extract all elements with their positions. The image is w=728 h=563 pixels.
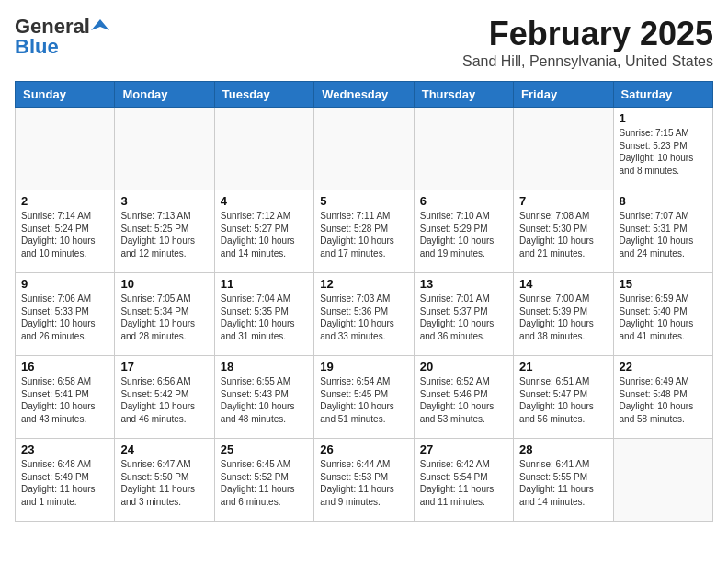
weekday-header-wednesday: Wednesday bbox=[314, 82, 414, 108]
day-info: Sunrise: 7:15 AM Sunset: 5:23 PM Dayligh… bbox=[620, 127, 707, 177]
logo: General Blue bbox=[15, 15, 110, 59]
calendar-cell-week2-day5: 14Sunrise: 7:00 AM Sunset: 5:39 PM Dayli… bbox=[514, 273, 613, 356]
day-number: 21 bbox=[519, 360, 607, 373]
calendar-cell-week3-day5: 21Sunrise: 6:51 AM Sunset: 5:47 PM Dayli… bbox=[514, 356, 613, 439]
day-info: Sunrise: 7:12 AM Sunset: 5:27 PM Dayligh… bbox=[221, 210, 308, 259]
calendar-cell-week2-day3: 12Sunrise: 7:03 AM Sunset: 5:36 PM Dayli… bbox=[314, 273, 414, 356]
calendar-week-row-1: 2Sunrise: 7:14 AM Sunset: 5:24 PM Daylig… bbox=[16, 190, 713, 273]
day-info: Sunrise: 7:14 AM Sunset: 5:24 PM Dayligh… bbox=[21, 210, 108, 259]
calendar-cell-week3-day1: 17Sunrise: 6:56 AM Sunset: 5:42 PM Dayli… bbox=[115, 356, 214, 439]
weekday-header-monday: Monday bbox=[115, 82, 214, 108]
day-info: Sunrise: 6:48 AM Sunset: 5:49 PM Dayligh… bbox=[21, 458, 108, 508]
calendar-cell-week2-day2: 11Sunrise: 7:04 AM Sunset: 5:35 PM Dayli… bbox=[214, 273, 313, 356]
day-info: Sunrise: 6:59 AM Sunset: 5:40 PM Dayligh… bbox=[620, 293, 707, 342]
weekday-header-friday: Friday bbox=[514, 82, 613, 108]
calendar-cell-week1-day2: 4Sunrise: 7:12 AM Sunset: 5:27 PM Daylig… bbox=[214, 190, 313, 273]
calendar-cell-week1-day3: 5Sunrise: 7:11 AM Sunset: 5:28 PM Daylig… bbox=[314, 190, 414, 273]
day-number: 28 bbox=[519, 442, 607, 456]
weekday-header-thursday: Thursday bbox=[414, 82, 513, 108]
day-number: 10 bbox=[120, 277, 208, 291]
day-info: Sunrise: 7:05 AM Sunset: 5:34 PM Dayligh… bbox=[120, 293, 208, 342]
day-number: 24 bbox=[120, 442, 208, 456]
day-info: Sunrise: 6:47 AM Sunset: 5:50 PM Dayligh… bbox=[120, 458, 208, 508]
calendar-cell-week4-day5: 28Sunrise: 6:41 AM Sunset: 5:55 PM Dayli… bbox=[514, 439, 613, 522]
calendar-cell-week4-day2: 25Sunrise: 6:45 AM Sunset: 5:52 PM Dayli… bbox=[214, 439, 313, 522]
weekday-header-sunday: Sunday bbox=[16, 82, 115, 108]
calendar-cell-week1-day1: 3Sunrise: 7:13 AM Sunset: 5:25 PM Daylig… bbox=[115, 190, 214, 273]
calendar-cell-week0-day5 bbox=[514, 108, 613, 190]
day-number: 16 bbox=[21, 360, 108, 373]
title-area: February 2025 Sand Hill, Pennsylvania, U… bbox=[462, 15, 713, 70]
day-number: 1 bbox=[620, 111, 707, 125]
day-info: Sunrise: 6:55 AM Sunset: 5:43 PM Dayligh… bbox=[221, 375, 308, 425]
calendar-week-row-4: 23Sunrise: 6:48 AM Sunset: 5:49 PM Dayli… bbox=[16, 439, 713, 522]
day-info: Sunrise: 6:54 AM Sunset: 5:45 PM Dayligh… bbox=[320, 375, 407, 425]
day-info: Sunrise: 6:44 AM Sunset: 5:53 PM Dayligh… bbox=[320, 458, 407, 508]
day-number: 11 bbox=[221, 277, 308, 291]
day-info: Sunrise: 7:04 AM Sunset: 5:35 PM Dayligh… bbox=[221, 293, 308, 342]
day-number: 4 bbox=[221, 194, 308, 208]
day-info: Sunrise: 6:42 AM Sunset: 5:54 PM Dayligh… bbox=[420, 458, 507, 508]
calendar-cell-week4-day3: 26Sunrise: 6:44 AM Sunset: 5:53 PM Dayli… bbox=[314, 439, 414, 522]
day-info: Sunrise: 7:07 AM Sunset: 5:31 PM Dayligh… bbox=[620, 210, 707, 259]
weekday-header-saturday: Saturday bbox=[613, 82, 712, 108]
day-number: 20 bbox=[420, 360, 507, 373]
day-info: Sunrise: 7:13 AM Sunset: 5:25 PM Dayligh… bbox=[120, 210, 208, 259]
day-number: 27 bbox=[420, 442, 507, 456]
weekday-header-tuesday: Tuesday bbox=[214, 82, 313, 108]
calendar-week-row-0: 1Sunrise: 7:15 AM Sunset: 5:23 PM Daylig… bbox=[16, 108, 713, 190]
day-number: 19 bbox=[320, 360, 407, 373]
day-number: 8 bbox=[620, 194, 707, 208]
day-number: 22 bbox=[620, 360, 707, 373]
header: General Blue February 2025 Sand Hill, Pe… bbox=[15, 15, 713, 70]
day-info: Sunrise: 6:41 AM Sunset: 5:55 PM Dayligh… bbox=[519, 458, 607, 508]
svg-marker-0 bbox=[91, 19, 109, 30]
calendar-cell-week3-day3: 19Sunrise: 6:54 AM Sunset: 5:45 PM Dayli… bbox=[314, 356, 414, 439]
calendar-cell-week0-day0 bbox=[16, 108, 115, 190]
calendar-subtitle: Sand Hill, Pennsylvania, United States bbox=[462, 53, 713, 70]
day-info: Sunrise: 7:01 AM Sunset: 5:37 PM Dayligh… bbox=[420, 293, 507, 342]
day-info: Sunrise: 6:49 AM Sunset: 5:48 PM Dayligh… bbox=[620, 375, 707, 425]
calendar-cell-week0-day2 bbox=[214, 108, 313, 190]
calendar-cell-week2-day1: 10Sunrise: 7:05 AM Sunset: 5:34 PM Dayli… bbox=[115, 273, 214, 356]
calendar-cell-week2-day4: 13Sunrise: 7:01 AM Sunset: 5:37 PM Dayli… bbox=[414, 273, 513, 356]
calendar-cell-week2-day0: 9Sunrise: 7:06 AM Sunset: 5:33 PM Daylig… bbox=[16, 273, 115, 356]
calendar-cell-week1-day5: 7Sunrise: 7:08 AM Sunset: 5:30 PM Daylig… bbox=[514, 190, 613, 273]
day-number: 15 bbox=[620, 277, 707, 291]
calendar-cell-week4-day0: 23Sunrise: 6:48 AM Sunset: 5:49 PM Dayli… bbox=[16, 439, 115, 522]
calendar-cell-week4-day1: 24Sunrise: 6:47 AM Sunset: 5:50 PM Dayli… bbox=[115, 439, 214, 522]
calendar-cell-week0-day3 bbox=[314, 108, 414, 190]
calendar-table: SundayMondayTuesdayWednesdayThursdayFrid… bbox=[15, 81, 713, 522]
day-number: 12 bbox=[320, 277, 407, 291]
day-number: 7 bbox=[519, 194, 607, 208]
day-info: Sunrise: 6:56 AM Sunset: 5:42 PM Dayligh… bbox=[120, 375, 208, 425]
calendar-title: February 2025 bbox=[462, 15, 713, 53]
day-info: Sunrise: 7:00 AM Sunset: 5:39 PM Dayligh… bbox=[519, 293, 607, 342]
calendar-cell-week1-day6: 8Sunrise: 7:07 AM Sunset: 5:31 PM Daylig… bbox=[613, 190, 712, 273]
calendar-cell-week3-day4: 20Sunrise: 6:52 AM Sunset: 5:46 PM Dayli… bbox=[414, 356, 513, 439]
calendar-cell-week3-day0: 16Sunrise: 6:58 AM Sunset: 5:41 PM Dayli… bbox=[16, 356, 115, 439]
day-info: Sunrise: 6:45 AM Sunset: 5:52 PM Dayligh… bbox=[221, 458, 308, 508]
logo-blue: Blue bbox=[15, 35, 59, 59]
day-number: 5 bbox=[320, 194, 407, 208]
day-number: 2 bbox=[21, 194, 108, 208]
day-info: Sunrise: 6:58 AM Sunset: 5:41 PM Dayligh… bbox=[21, 375, 108, 425]
calendar-cell-week1-day0: 2Sunrise: 7:14 AM Sunset: 5:24 PM Daylig… bbox=[16, 190, 115, 273]
calendar-week-row-2: 9Sunrise: 7:06 AM Sunset: 5:33 PM Daylig… bbox=[16, 273, 713, 356]
logo-bird-icon bbox=[91, 17, 109, 36]
day-number: 18 bbox=[221, 360, 308, 373]
calendar-cell-week3-day6: 22Sunrise: 6:49 AM Sunset: 5:48 PM Dayli… bbox=[613, 356, 712, 439]
calendar-cell-week0-day4 bbox=[414, 108, 513, 190]
day-number: 17 bbox=[120, 360, 208, 373]
weekday-header-row: SundayMondayTuesdayWednesdayThursdayFrid… bbox=[16, 82, 713, 108]
day-number: 13 bbox=[420, 277, 507, 291]
calendar-cell-week4-day6 bbox=[613, 439, 712, 522]
calendar-cell-week1-day4: 6Sunrise: 7:10 AM Sunset: 5:29 PM Daylig… bbox=[414, 190, 513, 273]
day-number: 25 bbox=[221, 442, 308, 456]
calendar-cell-week4-day4: 27Sunrise: 6:42 AM Sunset: 5:54 PM Dayli… bbox=[414, 439, 513, 522]
day-info: Sunrise: 7:08 AM Sunset: 5:30 PM Dayligh… bbox=[519, 210, 607, 259]
calendar-cell-week0-day1 bbox=[115, 108, 214, 190]
day-number: 26 bbox=[320, 442, 407, 456]
day-info: Sunrise: 7:06 AM Sunset: 5:33 PM Dayligh… bbox=[21, 293, 108, 342]
calendar-cell-week3-day2: 18Sunrise: 6:55 AM Sunset: 5:43 PM Dayli… bbox=[214, 356, 313, 439]
